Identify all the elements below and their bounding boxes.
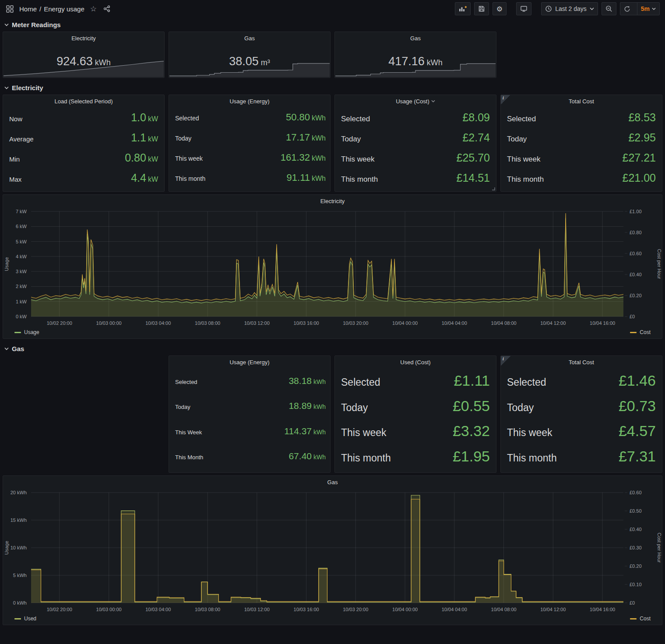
section-meter-readings[interactable]: Meter Readings [3,18,662,32]
panel-title[interactable]: Gas [335,32,496,44]
svg-text:£0.50: £0.50 [630,508,642,514]
svg-text:£0.20: £0.20 [630,293,642,298]
svg-text:10/04 16:00: 10/04 16:00 [590,320,615,326]
zoom-out-icon [605,5,612,12]
meter-panel-electricity: Electricity 924.63kWh [3,32,165,78]
svg-text:6 kW: 6 kW [16,224,27,229]
chevron-down-icon [652,7,656,10]
svg-text:10/03 04:00: 10/03 04:00 [145,320,171,326]
gas-graph-panel: Gas 0 kWh5 kWh10 kWh15 kWh20 kWh£0£0.10£… [3,475,662,625]
svg-text:£0.40: £0.40 [630,527,642,532]
svg-text:10/03 00:00: 10/03 00:00 [96,320,122,326]
panel-title[interactable]: Total Cost [501,356,662,368]
panel-title[interactable]: Usage (Energy) [169,95,330,107]
svg-text:£0.30: £0.30 [630,545,642,550]
stat-row: Today£0.55 [341,398,490,415]
svg-text:10/04 16:00: 10/04 16:00 [590,607,615,612]
panel-title[interactable]: Electricity [3,32,164,44]
save-dashboard-button[interactable] [474,2,489,15]
stat-row: This month£21.00 [507,172,656,184]
stat-row: This Month67.40kWh [175,451,326,461]
svg-text:Cost per Hour: Cost per Hour [657,533,662,563]
panel-title[interactable]: Total Cost [501,95,662,107]
legend-item-cost[interactable]: Cost [630,616,651,622]
refresh-button-group[interactable]: 5m [620,2,660,15]
legend-item-used[interactable]: Used [14,616,36,622]
stat-row: This week£27.21 [507,151,656,164]
add-panel-icon [459,5,467,12]
panel-load-selected-period: Load (Selected Period) Now1.0kW Average1… [3,95,165,192]
svg-text:0 kWh: 0 kWh [13,600,27,605]
svg-text:£0.60: £0.60 [630,251,642,256]
gas-chart-legend: Used Cost [3,614,662,625]
stat-row: This month91.11kWh [175,172,326,183]
panel-title[interactable]: Load (Selected Period) [3,95,164,107]
share-button[interactable] [102,4,111,13]
stat-row: This Week114.37kWh [175,426,326,436]
svg-text:£0.80: £0.80 [630,230,642,235]
panel-resize-handle[interactable] [492,187,495,190]
meter-number: 417.16 [388,55,425,68]
svg-text:Cost per Hour: Cost per Hour [657,249,662,279]
breadcrumb-home[interactable]: Home [19,5,37,13]
section-title: Meter Readings [12,21,61,28]
panel-title[interactable]: Gas [3,476,662,488]
panel-total-cost-electricity: i Total Cost Selected£8.53 Today£2.95 Th… [500,95,662,192]
svg-text:4 kW: 4 kW [16,254,27,259]
zoom-out-button[interactable] [602,2,616,15]
legend-item-usage[interactable]: Usage [14,329,39,335]
dashboards-grid-icon[interactable] [5,4,14,14]
svg-text:10/04 04:00: 10/04 04:00 [442,320,467,326]
section-electricity[interactable]: Electricity [3,81,662,95]
refresh-interval-label: 5m [641,5,650,12]
electricity-chart[interactable]: 0 kW1 kW2 kW3 kW4 kW5 kW6 kW7 kW£0£0.20£… [3,207,662,328]
svg-text:10/03 08:00: 10/03 08:00 [195,607,220,612]
refresh-interval-dropdown[interactable]: 5m [637,3,659,15]
section-gas[interactable]: Gas [3,341,662,355]
chevron-down-icon [431,100,435,102]
gas-stats-row: Usage (Energy) Selected38.18kWh Today18.… [3,355,662,473]
stat-row: Selected£1.46 [507,372,656,389]
time-range-label: Last 2 days [555,5,587,12]
panel-title[interactable]: Gas [169,32,330,44]
panel-gas-usage-energy: Usage (Energy) Selected38.18kWh Today18.… [169,355,331,473]
legend-item-cost[interactable]: Cost [630,329,651,335]
panel-title[interactable]: Usage (Energy) [169,356,330,368]
gas-chart[interactable]: 0 kWh5 kWh10 kWh15 kWh20 kWh£0£0.10£0.20… [3,488,662,614]
panel-title[interactable]: Electricity [3,195,662,207]
svg-text:£1.00: £1.00 [630,209,642,214]
used-series-dash [14,618,21,619]
section-title: Gas [12,345,24,352]
svg-text:£0: £0 [630,314,635,319]
meter-panel-gas-kwh: Gas 417.16kWh [334,32,496,78]
stat-row: Selected38.18kWh [175,376,326,386]
svg-text:£0.20: £0.20 [630,563,642,569]
svg-text:0 kW: 0 kW [16,314,27,319]
breadcrumb-separator: / [39,5,41,13]
stat-row: Max4.4kW [9,172,158,184]
favorite-star-button[interactable]: ☆ [89,4,98,14]
refresh-button[interactable] [620,3,634,15]
cost-series-dash [630,618,637,619]
panel-total-cost-gas: i Total Cost Selected£1.46 Today£0.73 Th… [500,355,662,473]
svg-text:£0.10: £0.10 [630,582,642,587]
panel-usage-cost: Usage (Cost) Selected£8.09 Today£2.74 Th… [334,95,496,192]
stat-row: Selected£1.11 [341,372,490,389]
svg-text:10/03 12:00: 10/03 12:00 [244,320,270,326]
panel-title[interactable]: Used (Cost) [335,356,496,368]
svg-text:1 kW: 1 kW [16,299,27,304]
svg-text:Usage: Usage [4,541,9,555]
svg-text:10/03 08:00: 10/03 08:00 [195,320,220,326]
panel-info-corner[interactable]: i [501,95,510,105]
add-panel-button[interactable] [455,2,471,15]
panel-title[interactable]: Usage (Cost) [335,95,496,107]
meter-value: 924.63kWh [3,55,164,68]
stat-row: Today£2.95 [507,131,656,144]
time-range-picker[interactable]: Last 2 days [541,2,598,15]
breadcrumb-current: Energy usage [44,5,84,13]
tv-mode-button[interactable] [516,2,531,15]
stat-row: Now1.0kW [9,111,158,124]
dashboard-settings-button[interactable]: ⚙ [493,2,507,15]
grid-icon [6,5,14,13]
panel-info-corner[interactable]: i [501,356,510,366]
